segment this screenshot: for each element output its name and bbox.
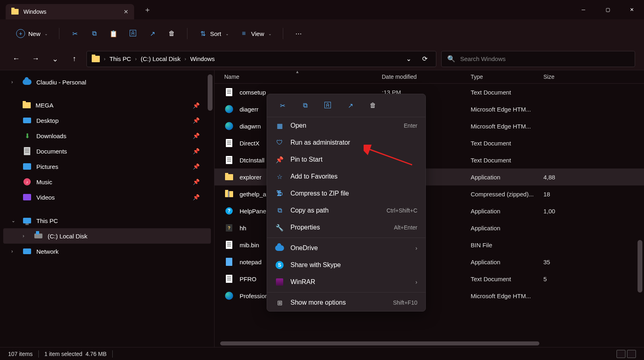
documents-icon (23, 147, 32, 155)
ctx-delete-button[interactable]: 🗑 (367, 100, 379, 111)
breadcrumb-drive[interactable]: (C:) Local Disk (141, 55, 180, 62)
column-name[interactable]: Name (224, 74, 382, 80)
folder-icon (11, 9, 19, 15)
details-view-button[interactable] (617, 350, 625, 358)
address-bar[interactable]: › This PC › (C:) Local Disk › Windows ⌄ … (86, 51, 436, 67)
tab-title: Windows (23, 8, 119, 15)
videos-icon (23, 194, 32, 201)
content-scrollbar[interactable] (638, 240, 642, 293)
close-tab-icon[interactable]: ✕ (124, 8, 128, 15)
ctx-properties[interactable]: 🔧 Properties Alt+Enter (267, 219, 425, 236)
ctx-share-button[interactable]: ↗ (345, 100, 356, 111)
file-type: Text Document (471, 157, 543, 164)
sidebar-label: Desktop (36, 117, 188, 124)
maximize-button[interactable]: ▢ (596, 0, 620, 19)
ctx-label: Properties (290, 224, 387, 231)
view-button[interactable]: ≡ View ⌄ (236, 26, 276, 41)
chevron-right-icon: › (185, 56, 186, 62)
content-hscrollbar[interactable] (220, 341, 539, 345)
forward-button[interactable]: → (28, 52, 43, 66)
sidebar-music[interactable]: ♪ Music 📌 (3, 174, 211, 189)
file-icon (224, 105, 234, 113)
sidebar-desktop[interactable]: Desktop 📌 (3, 113, 211, 128)
ctx-rename-button[interactable]: 🄰 (322, 100, 333, 111)
file-type: Application (471, 225, 543, 232)
delete-icon: 🗑 (370, 102, 376, 109)
ctx-more-options[interactable]: ⊞ Show more options Shift+F10 (267, 294, 425, 311)
back-button[interactable]: ← (9, 52, 23, 66)
copy-button[interactable]: ⧉ (86, 26, 102, 41)
downloads-icon: ⬇ (23, 132, 32, 139)
ctx-open[interactable]: ▦ Open Enter (267, 117, 425, 134)
sort-icon: ⇅ (199, 29, 207, 38)
sidebar-scrollbar[interactable] (208, 74, 213, 111)
sidebar-documents[interactable]: Documents 📌 (3, 143, 211, 159)
sidebar-thispc[interactable]: ⌄ This PC (3, 213, 211, 228)
sidebar-personal[interactable]: › Claudiu - Personal (3, 74, 211, 90)
sidebar-network[interactable]: › Network (3, 244, 211, 259)
column-date[interactable]: Date modified (382, 74, 471, 80)
ctx-copy-path[interactable]: ⧉ Copy as path Ctrl+Shift+C (267, 202, 425, 219)
sort-button[interactable]: ⇅ Sort ⌄ (195, 26, 233, 41)
sidebar-mega[interactable]: MEGA 📌 (3, 98, 211, 113)
more-button[interactable]: ⋯ (290, 26, 307, 41)
ctx-pin-start[interactable]: 📌 Pin to Start (267, 151, 425, 168)
cut-button[interactable]: ✂ (67, 26, 83, 41)
up-button[interactable]: ↑ (67, 52, 82, 66)
recent-button[interactable]: ⌄ (48, 52, 62, 66)
ctx-add-favorites[interactable]: ☆ Add to Favorites (267, 168, 425, 185)
column-size[interactable]: Size (543, 74, 644, 80)
file-size: 1,00 (543, 208, 555, 215)
ctx-cut-button[interactable]: ✂ (277, 100, 288, 111)
rename-button[interactable]: 🄰 (125, 26, 141, 41)
ctx-copy-button[interactable]: ⧉ (299, 100, 311, 111)
ctx-run-as-admin[interactable]: 🛡 Run as administrator (267, 134, 425, 151)
file-icon (224, 258, 234, 266)
tab-windows[interactable]: Windows ✕ (6, 4, 134, 19)
file-type: Microsoft Edge HTM... (471, 293, 543, 299)
sidebar-label: MEGA (36, 102, 188, 109)
file-type: Text Document (471, 89, 543, 96)
file-icon (224, 275, 234, 283)
share-button[interactable]: ↗ (144, 26, 160, 41)
ctx-winrar[interactable]: WinRAR › (267, 274, 425, 291)
sidebar-drive-c[interactable]: › (C:) Local Disk (3, 228, 211, 244)
minimize-button[interactable]: ─ (571, 0, 596, 19)
paste-button[interactable]: 📋 (105, 26, 122, 41)
pin-icon: 📌 (193, 133, 200, 139)
file-icon (224, 241, 234, 249)
chevron-right-icon: › (415, 245, 417, 251)
sidebar-label: This PC (36, 217, 203, 224)
separator (187, 28, 187, 39)
chevron-down-icon: ⌄ (225, 32, 229, 36)
file-size: 35 (543, 259, 550, 265)
share-icon: ↗ (348, 102, 353, 109)
sidebar: › Claudiu - Personal MEGA 📌 Desktop 📌 ⬇ … (0, 70, 214, 347)
delete-button[interactable]: 🗑 (164, 26, 180, 41)
sidebar-downloads[interactable]: ⬇ Downloads 📌 (3, 128, 211, 143)
chevron-down-icon: ⌄ (268, 32, 271, 36)
history-button[interactable]: ⌄ (402, 53, 415, 65)
view-label: View (251, 30, 264, 37)
close-button[interactable]: ✕ (620, 0, 644, 19)
ctx-skype[interactable]: S Share with Skype (267, 257, 425, 274)
new-button[interactable]: + New ⌄ (12, 26, 52, 41)
refresh-button[interactable]: ⟳ (418, 53, 431, 65)
drive-icon (34, 232, 43, 240)
breadcrumb-folder[interactable]: Windows (190, 55, 215, 62)
sidebar-videos[interactable]: Videos 📌 (3, 189, 211, 205)
pin-icon: 📌 (193, 148, 200, 154)
breadcrumb-pc[interactable]: This PC (109, 55, 131, 62)
new-tab-button[interactable]: ＋ (144, 5, 151, 15)
search-box[interactable]: 🔍 (441, 51, 635, 67)
star-icon: ☆ (275, 172, 284, 181)
sidebar-pictures[interactable]: Pictures 📌 (3, 159, 211, 174)
sort-indicator-icon: ▲ (295, 70, 299, 74)
column-type[interactable]: Type (471, 74, 543, 80)
ctx-label: Copy as path (290, 207, 380, 214)
ctx-label: Show more options (290, 299, 387, 306)
search-input[interactable] (460, 55, 629, 62)
ctx-onedrive[interactable]: OneDrive › (267, 240, 425, 257)
ctx-compress-zip[interactable]: 🗜 Compress to ZIP file (267, 185, 425, 202)
thumbs-view-button[interactable] (627, 350, 636, 358)
